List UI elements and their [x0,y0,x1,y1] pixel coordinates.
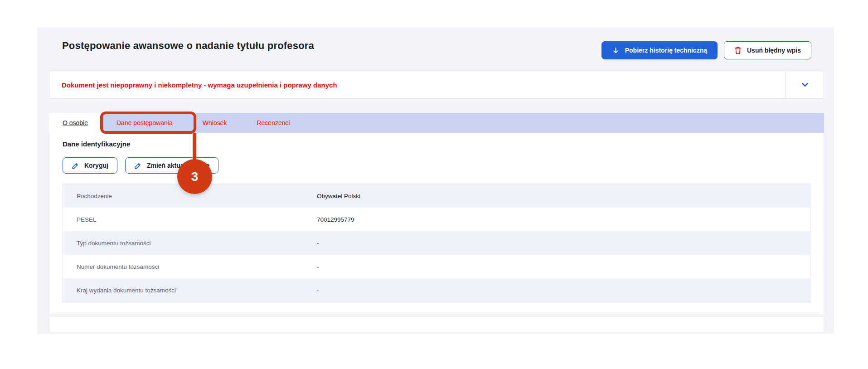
section-heading: Dane identyfikacyjne [63,140,130,148]
row-value: - [317,287,319,294]
correct-button[interactable]: Koryguj [63,157,117,174]
row-label: PESEL [63,216,317,223]
tab-wniosek[interactable]: Wniosek [188,113,242,133]
delete-invalid-entry-button[interactable]: Usuń błędny wpis [724,41,811,59]
row-label: Numer dokumentu tożsamości [63,263,317,270]
next-section-panel [49,316,824,333]
delete-button-label: Usuń błędny wpis [747,47,801,54]
alert-expand-button[interactable] [786,71,824,98]
table-row: Pochodzenie Obywatel Polski [63,184,810,208]
row-value: - [317,263,319,270]
identification-table: Pochodzenie Obywatel Polski PESEL 700129… [63,184,810,302]
download-button-label: Pobierz historię techniczną [625,47,707,54]
pencil-icon [134,162,142,170]
alert-message: Dokument jest niepoprawny i niekompletny… [49,71,786,98]
table-row: Numer dokumentu tożsamości - [63,255,810,278]
annotation-step-badge: 3 [177,159,212,194]
main-card: Postępowanie awansowe o nadanie tytułu p… [37,27,834,334]
table-row: Kraj wydania dokumentu tożsamości - [63,278,810,302]
correct-button-label: Koryguj [84,162,108,169]
tab-o-osobie[interactable]: O osobie [49,113,102,133]
row-value: - [317,240,319,247]
download-technical-history-button[interactable]: Pobierz historię techniczną [601,41,718,59]
tab-content-panel: Dane identyfikacyjne Koryguj Zmień aktua… [49,133,824,315]
row-value: Obywatel Polski [317,193,360,199]
row-value: 70012995779 [317,216,354,223]
download-icon [612,47,620,54]
tab-bar: O osobie Dane postępowania Wniosek Recen… [49,113,824,133]
table-row: Typ dokumentu tożsamości - [63,231,810,255]
trash-icon [734,46,742,54]
pencil-icon [72,162,79,170]
validation-alert-banner: Dokument jest niepoprawny i niekompletny… [49,71,824,99]
annotation-number: 3 [191,170,199,184]
tab-recenzenci[interactable]: Recenzenci [242,113,305,133]
annotation-connector-line [193,133,196,161]
header-actions: Pobierz historię techniczną Usuń błędny … [601,41,811,59]
row-label: Typ dokumentu tożsamości [63,240,317,247]
chevron-down-icon [800,80,810,90]
table-row: PESEL 70012995779 [63,208,810,231]
tab-dane-postepowania[interactable]: Dane postępowania [102,113,188,133]
page-title: Postępowanie awansowe o nadanie tytułu p… [62,40,314,52]
row-label: Kraj wydania dokumentu tożsamości [63,287,317,294]
